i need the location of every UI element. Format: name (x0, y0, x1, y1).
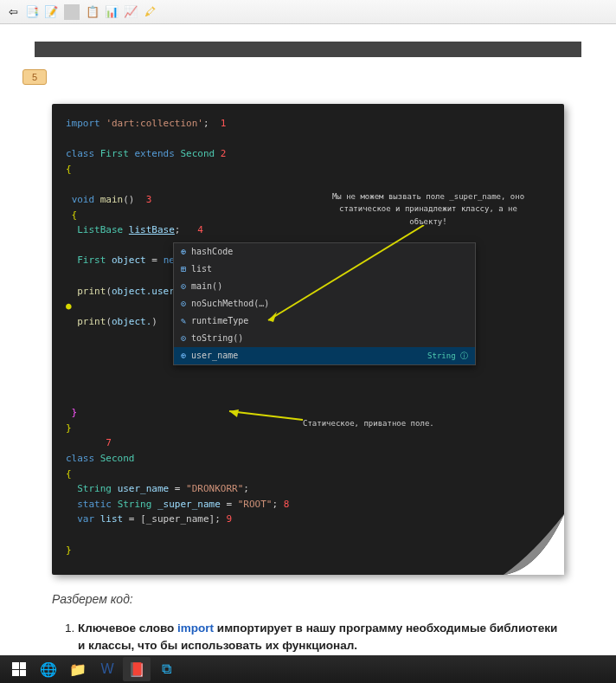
windows-taskbar[interactable]: 🌐 📁 W 📕 ⧉ (0, 655, 616, 683)
popup-item[interactable]: ⊕hashCode (174, 243, 475, 261)
nav-back-icon[interactable]: ⇦ (5, 4, 21, 20)
annotation-tooltip-2: Статическое, приватное поле. (303, 417, 441, 429)
popup-item-selected[interactable]: ⊕user_nameString ⓘ (174, 347, 475, 364)
pdf-toolbar: ⇦ 📑 📝 📋 📊 📈 🖍 (0, 0, 616, 24)
explorer-icon[interactable]: 📁 (64, 657, 92, 681)
page-badge: 5 (22, 69, 47, 85)
popup-item[interactable]: ⊙noSuchMethod(…) (174, 295, 475, 313)
stamp3-icon[interactable]: 📈 (123, 4, 138, 20)
caption-text: Разберем код: (52, 592, 564, 606)
popup-item[interactable]: ⊙main() (174, 278, 475, 295)
browser-icon[interactable]: 🌐 (35, 657, 62, 681)
annotation-tooltip-1: Мы не можем вызвать поле _super_name, он… (329, 190, 528, 228)
popup-item[interactable]: ⊙toString() (174, 330, 475, 347)
list-item: Ключевое слово import импортирует в нашу… (78, 620, 564, 655)
stamp2-icon[interactable]: 📊 (104, 4, 119, 20)
explanation-list: Ключевое слово import импортирует в нашу… (78, 620, 564, 655)
page-header-bar (35, 42, 581, 57)
start-button[interactable] (5, 657, 33, 681)
pdf-icon[interactable]: 📕 (123, 657, 151, 681)
document-page: 5 import 'dart:collection'; 1 class Firs… (35, 61, 581, 655)
stamp1-icon[interactable]: 📋 (85, 4, 100, 20)
document-viewport: 5 import 'dart:collection'; 1 class Firs… (0, 24, 616, 655)
note-icon[interactable]: 📝 (43, 4, 59, 20)
vscode-icon[interactable]: ⧉ (152, 657, 180, 681)
code-screenshot: import 'dart:collection'; 1 class First … (52, 104, 564, 575)
highlight-icon[interactable]: 🖍 (142, 4, 157, 20)
intellisense-popup[interactable]: ⊕hashCode ⊞list ⊙main() ⊙noSuchMethod(…)… (173, 242, 476, 365)
popup-item[interactable]: ✎runtimeType (174, 313, 475, 330)
toolbar-divider (64, 4, 80, 20)
nav-fwd-icon[interactable]: 📑 (24, 4, 40, 20)
popup-item[interactable]: ⊞list (174, 261, 475, 278)
page-curl-icon (504, 514, 564, 575)
word-icon[interactable]: W (93, 657, 121, 681)
